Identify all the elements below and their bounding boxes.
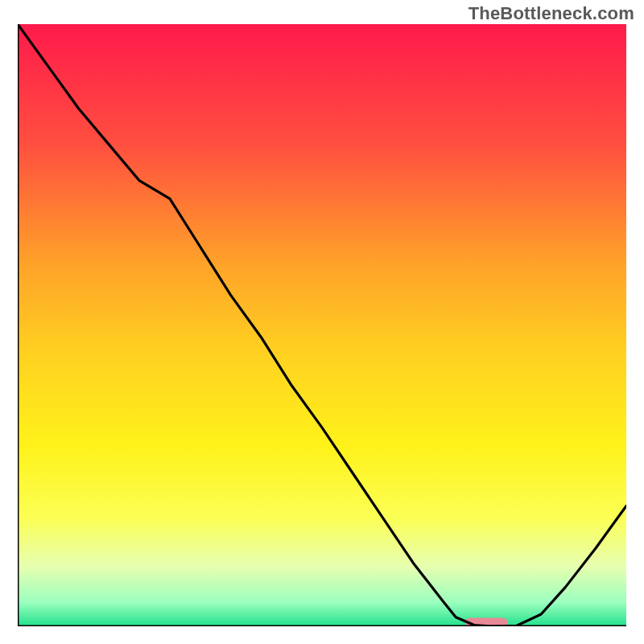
plot-area: [18, 24, 626, 626]
chart-container: TheBottleneck.com: [0, 0, 644, 644]
chart-svg: [18, 24, 626, 626]
gradient-background: [18, 24, 626, 626]
watermark-text: TheBottleneck.com: [469, 3, 634, 24]
